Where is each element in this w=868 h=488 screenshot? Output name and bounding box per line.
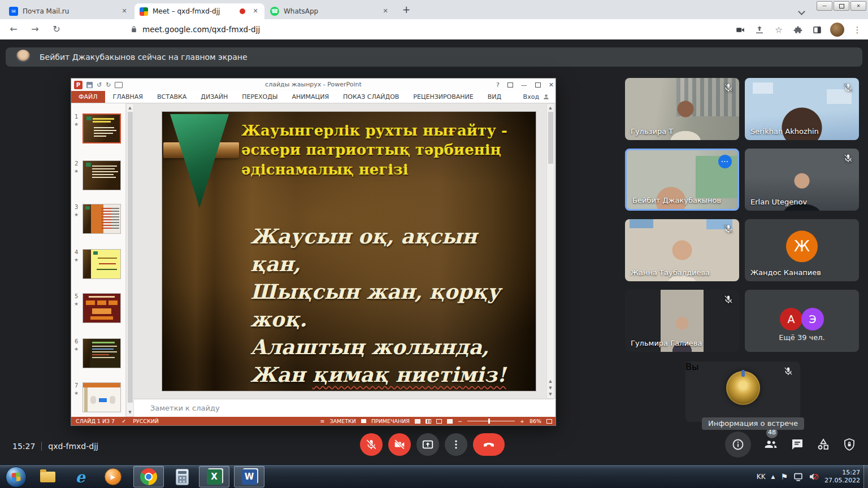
overflow-count-label: Ещё 39 чел. (745, 333, 859, 342)
meeting-info-tooltip: Информация о встрече (702, 417, 804, 430)
taskbar-calculator-button[interactable] (170, 466, 194, 487)
shared-screen-presentation[interactable]: P ↺ ↻ слайды жаынрух - PowerPoint ? — ✕ … (71, 78, 556, 426)
calculator-icon (176, 469, 189, 485)
language-indicator[interactable]: KK (757, 473, 766, 481)
back-button[interactable]: ← (7, 23, 20, 36)
taskbar-clock[interactable]: 15:27 27.05.2022 (824, 469, 860, 485)
taskbar-word-button[interactable]: W (234, 466, 264, 487)
omnibox[interactable]: meet.google.com/qxd-fmxd-djj (130, 23, 260, 36)
activities-button[interactable] (817, 438, 830, 451)
slide-author-text: М. Дулатов (250, 389, 533, 391)
url-text: meet.google.com/qxd-fmxd-djj (142, 25, 260, 34)
host-controls-button[interactable] (843, 438, 856, 451)
window-close-button[interactable]: ✕ (850, 1, 866, 11)
participant-tile-serikhan[interactable]: Serikhan Akhozhin (745, 78, 859, 140)
scroll-up-icon: ▲ (547, 106, 554, 110)
animation-star-icon: ★ (74, 121, 79, 127)
normal-view-icon (415, 419, 420, 424)
slide-sorter-view-icon (426, 419, 431, 424)
action-center-flag-icon[interactable]: ⚑ (780, 472, 788, 481)
media-player-icon: ▶ (105, 468, 121, 485)
browser-profile-avatar[interactable] (830, 23, 844, 37)
mic-toggle-button[interactable] (360, 433, 383, 456)
ppt-tab-insert: ВСТАВКА (157, 93, 186, 101)
participant-tile-zhandos[interactable]: Ж Жандос Канапиев (745, 219, 859, 281)
participant-tile-overflow[interactable]: А Э Ещё 39 чел. (745, 290, 859, 352)
taskbar-explorer-button[interactable] (35, 466, 60, 487)
tab-close-icon[interactable]: ✕ (251, 7, 260, 16)
slide-number: 4 (75, 249, 78, 255)
participant-name: Бейбит Джакубакынов (632, 196, 721, 204)
volume-muted-icon[interactable] (809, 472, 819, 482)
show-desktop-button[interactable] (863, 465, 868, 488)
participant-name: Жандос Канапиев (750, 268, 821, 277)
present-button[interactable] (416, 433, 439, 456)
side-panel-icon[interactable] (811, 24, 823, 36)
meeting-clock: 15:27 (12, 442, 35, 451)
browser-address-bar: ← → ↻ meet.google.com/qxd-fmxd-djj ☆ ⋮ (0, 19, 868, 40)
taskbar-chrome-button[interactable] (133, 466, 164, 487)
ppt-tab-file: ФАЙЛ (71, 91, 105, 103)
participant-tile-erlan[interactable]: Erlan Utegenov (745, 149, 859, 211)
browser-menu-icon[interactable]: ⋮ (851, 24, 863, 36)
presenting-banner: Бейбит Джакубакынов сейчас на главном эк… (6, 47, 862, 67)
tab-mail-ru[interactable]: ✉ Почта Mail.ru ✕ (5, 3, 133, 19)
chat-icon (791, 438, 804, 451)
ppt-sign-in-person-icon (542, 93, 550, 101)
chrome-icon (140, 468, 157, 485)
taskbar-media-player-button[interactable]: ▶ (101, 466, 125, 487)
slide-thumbnail-image (83, 293, 121, 323)
slide-body-line: Жан қимақ ниетіміз! (250, 361, 533, 389)
mic-off-icon (365, 438, 377, 451)
hidden-icons-chevron[interactable]: ▲ (771, 474, 775, 480)
bookmark-star-icon[interactable]: ☆ (772, 24, 785, 36)
participant-tile-beibit[interactable]: ⋯ Бейбит Джакубакынов (625, 149, 739, 211)
start-button[interactable] (6, 467, 27, 487)
new-tab-button[interactable]: + (400, 4, 413, 16)
leave-call-button[interactable] (473, 433, 505, 456)
camera-in-use-icon[interactable] (734, 24, 747, 36)
mic-off-icon (783, 366, 793, 376)
animation-star-icon: ★ (74, 346, 79, 352)
slide-area-scrollbar: ▲ ▲ ▼ ▼ (546, 103, 554, 399)
tab-search-chevron-icon[interactable] (799, 6, 804, 16)
participant-name: Serikhan Akhozhin (750, 127, 819, 136)
presenter-avatar (16, 50, 31, 64)
call-end-icon (482, 438, 496, 451)
share-page-icon[interactable] (753, 24, 766, 36)
extensions-puzzle-icon[interactable] (792, 24, 804, 36)
self-label: Вы (685, 361, 699, 372)
participant-tile-zhanna[interactable]: Жанна Таубалдиева (625, 219, 739, 281)
next-slide-icon: ▼ (547, 386, 554, 390)
tab-close-icon[interactable]: ✕ (381, 7, 390, 16)
window-minimize-button[interactable]: — (817, 1, 832, 11)
people-icon (763, 437, 778, 452)
tab-whatsapp[interactable]: ☎ WhatsApp ✕ (266, 3, 394, 19)
taskbar-ie-button[interactable]: e (68, 466, 93, 487)
self-view-tile[interactable]: Вы (685, 361, 800, 422)
participant-tile-gulzira[interactable]: Гульзира Т (625, 78, 739, 140)
participant-tile-gulmira[interactable]: Гульмира Галиева (625, 290, 739, 352)
window-restore-button[interactable] (834, 1, 849, 11)
show-everyone-button[interactable] (763, 437, 778, 452)
reload-button[interactable]: ↻ (50, 23, 63, 36)
ppt-tab-review: РЕЦЕНЗИРОВАНИЕ (413, 93, 473, 101)
tab-label: Meet – qxd-fmxd-djj (153, 7, 237, 15)
info-icon (731, 438, 745, 451)
meeting-details-button[interactable] (725, 432, 751, 457)
camera-toggle-button[interactable] (388, 433, 411, 456)
tile-options-button[interactable]: ⋯ (718, 155, 732, 168)
browser-tab-strip: ✉ Почта Mail.ru ✕ Meet – qxd-fmxd-djj ✕ … (0, 0, 868, 19)
tab-close-icon[interactable]: ✕ (120, 7, 129, 16)
chat-button[interactable] (791, 438, 804, 451)
network-icon[interactable] (793, 472, 803, 482)
overflow-avatar: А (780, 308, 802, 330)
meet-page: Бейбит Джакубакынов сейчас на главном эк… (0, 40, 868, 464)
forward-button[interactable]: → (28, 23, 42, 36)
participant-name: Erlan Utegenov (750, 198, 807, 206)
more-options-button[interactable] (445, 433, 467, 456)
participant-name: Жанна Таубалдиева (631, 268, 710, 277)
ppt-ribbon-options-icon (507, 82, 513, 88)
taskbar-excel-button[interactable]: X (199, 466, 229, 487)
tab-meet[interactable]: Meet – qxd-fmxd-djj ✕ (134, 3, 264, 19)
